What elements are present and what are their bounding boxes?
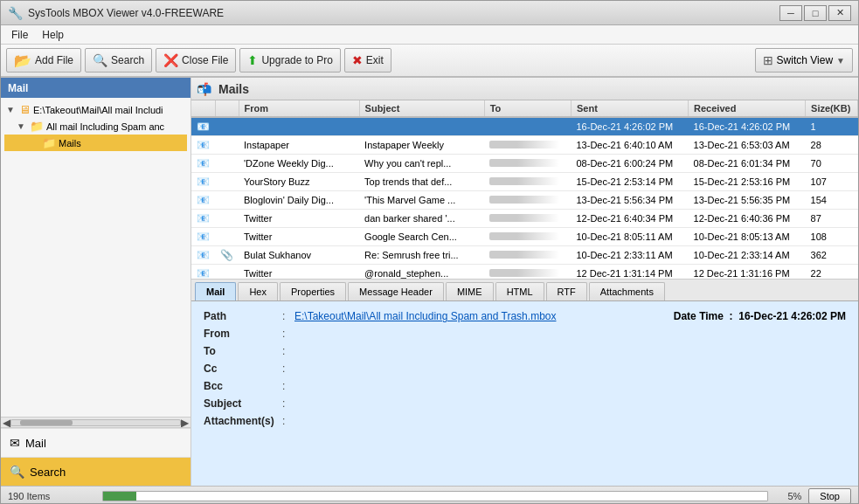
detail-tab-mail[interactable]: Mail xyxy=(195,282,236,300)
row-icon-cell: 📧 xyxy=(191,246,215,265)
upgrade-icon: ⬆ xyxy=(247,53,258,67)
menu-help[interactable]: Help xyxy=(35,27,71,43)
progress-track xyxy=(102,491,768,501)
detail-tab-properties[interactable]: Properties xyxy=(280,282,346,300)
detail-cc-row: Cc : xyxy=(204,362,846,375)
row-from-cell: Twitter xyxy=(239,265,359,280)
row-icon-cell: 📧 xyxy=(191,210,215,228)
row-check-cell[interactable] xyxy=(215,228,239,246)
email-icon: 📧 xyxy=(197,212,210,224)
table-row[interactable]: 📧 📎 Bulat Sukhanov Re: Semrush free tri.… xyxy=(191,246,858,265)
tree-node-all-mail[interactable]: ▼ 📁 All mail Including Spam anc xyxy=(4,118,187,135)
row-size-cell: 108 xyxy=(806,228,858,246)
detail-tab-mime[interactable]: MIME xyxy=(446,282,494,300)
detail-attachments-row: Attachment(s) : xyxy=(204,415,846,427)
row-sent-cell: 13-Dec-21 6:40:10 AM xyxy=(572,136,689,155)
row-to-cell xyxy=(484,117,571,136)
detail-tab-attachments[interactable]: Attachments xyxy=(589,282,665,300)
mail-list-header: 📬 Mails xyxy=(191,78,858,100)
switch-view-button[interactable]: ⊞ Switch View ▼ xyxy=(755,48,853,72)
tree-label-mails: Mails xyxy=(59,138,81,148)
table-row[interactable]: 📧 16-Dec-21 4:26:02 PM 16-Dec-21 4:26:02… xyxy=(191,117,858,136)
col-check[interactable] xyxy=(215,100,239,117)
email-icon: 📧 xyxy=(197,194,210,206)
scroll-track[interactable] xyxy=(10,419,181,426)
minimize-button[interactable]: ─ xyxy=(779,5,802,21)
row-icon-cell: 📧 xyxy=(191,155,215,173)
row-check-cell[interactable] xyxy=(215,136,239,155)
row-sent-cell: 12-Dec-21 6:40:34 PM xyxy=(572,210,689,228)
nav-item-search[interactable]: 🔍 Search xyxy=(1,457,191,486)
row-sent-cell: 10-Dec-21 2:33:11 AM xyxy=(572,246,689,265)
detail-bcc-row: Bcc : xyxy=(204,380,846,392)
row-size-cell: 87 xyxy=(806,210,858,228)
col-sent[interactable]: Sent xyxy=(572,100,689,117)
cc-label: Cc xyxy=(204,362,282,375)
email-icon: 📧 xyxy=(197,157,210,169)
row-check-cell[interactable] xyxy=(215,155,239,173)
row-check-cell[interactable] xyxy=(215,117,239,136)
col-received[interactable]: Received xyxy=(689,100,806,117)
detail-tab-message-header[interactable]: Message Header xyxy=(348,282,444,300)
table-row[interactable]: 📧 'DZone Weekly Dig... Why you can't rep… xyxy=(191,155,858,173)
row-to-cell xyxy=(484,155,571,173)
tree-expand-icon: ▼ xyxy=(6,105,17,114)
close-button[interactable]: ✕ xyxy=(828,5,851,21)
detail-content: Path : E:\Takeout\Mail\All mail Includin… xyxy=(191,301,858,486)
scroll-thumb[interactable] xyxy=(20,420,73,425)
row-received-cell: 10-Dec-21 2:33:14 AM xyxy=(689,246,806,265)
row-check-cell[interactable] xyxy=(215,173,239,191)
path-value[interactable]: E:\Takeout\Mail\All mail Including Spam … xyxy=(294,310,556,322)
detail-to-row: To : xyxy=(204,345,846,357)
mail-table-container[interactable]: From Subject To Sent Received Size(KB) 📧… xyxy=(191,100,858,280)
detail-tab-hex[interactable]: Hex xyxy=(238,282,278,300)
row-check-cell[interactable]: 📎 xyxy=(215,246,239,265)
table-row[interactable]: 📧 YourStory Buzz Top trends that def... … xyxy=(191,173,858,191)
maximize-button[interactable]: □ xyxy=(804,5,827,21)
table-row[interactable]: 📧 Twitter Google Search Cen... 10-Dec-21… xyxy=(191,228,858,246)
row-icon-cell: 📧 xyxy=(191,228,215,246)
stop-button[interactable]: Stop xyxy=(808,488,851,504)
row-to-cell xyxy=(484,173,571,191)
switch-view-icon: ⊞ xyxy=(763,53,773,67)
col-from[interactable]: From xyxy=(239,100,359,117)
tree-node-drive[interactable]: ▼ 🖥 E:\Takeout\Mail\All mail Includi xyxy=(4,101,187,118)
row-subject-cell: 'This Marvel Game ... xyxy=(359,191,484,210)
row-icon-cell: 📧 xyxy=(191,265,215,280)
row-check-cell[interactable] xyxy=(215,191,239,210)
add-file-button[interactable]: 📂 Add File xyxy=(6,48,81,72)
row-subject-cell: Why you can't repl... xyxy=(359,155,484,173)
from-label: From xyxy=(204,328,282,340)
table-row[interactable]: 📧 Instapaper Instapaper Weekly 13-Dec-21… xyxy=(191,136,858,155)
col-size[interactable]: Size(KB) xyxy=(806,100,858,117)
left-scrollbar[interactable]: ◀ ▶ xyxy=(1,417,191,427)
table-row[interactable]: 📧 Bloglovin' Daily Dig... 'This Marvel G… xyxy=(191,191,858,210)
row-to-cell xyxy=(484,228,571,246)
row-subject-cell xyxy=(359,117,484,136)
col-subject[interactable]: Subject xyxy=(359,100,484,117)
row-to-cell xyxy=(484,136,571,155)
exit-icon: ✖ xyxy=(352,53,363,67)
left-panel: Mail ▼ 🖥 E:\Takeout\Mail\All mail Includ… xyxy=(1,78,191,486)
detail-tab-rtf[interactable]: RTF xyxy=(546,282,587,300)
exit-button[interactable]: ✖ Exit xyxy=(344,48,391,72)
detail-tab-html[interactable]: HTML xyxy=(495,282,544,300)
row-check-cell[interactable] xyxy=(215,210,239,228)
search-button[interactable]: 🔍 Search xyxy=(85,48,152,72)
col-to[interactable]: To xyxy=(484,100,571,117)
table-row[interactable]: 📧 Twitter dan barker shared '... 12-Dec-… xyxy=(191,210,858,228)
row-check-cell[interactable] xyxy=(215,265,239,280)
tree-node-mails[interactable]: 📁 Mails xyxy=(4,135,187,151)
close-file-button[interactable]: ❌ Close File xyxy=(156,48,236,72)
nav-search-label: Search xyxy=(30,466,66,479)
nav-item-mail[interactable]: ✉ Mail xyxy=(1,428,191,457)
row-to-cell xyxy=(484,265,571,280)
col-icon[interactable] xyxy=(191,100,215,117)
folder-tree[interactable]: ▼ 🖥 E:\Takeout\Mail\All mail Includi ▼ 📁… xyxy=(1,98,191,417)
upgrade-button[interactable]: ⬆ Upgrade to Pro xyxy=(239,48,340,72)
menu-file[interactable]: File xyxy=(4,27,35,43)
datetime-label-inline: Date Time : 16-Dec-21 4:26:02 PM xyxy=(674,310,846,322)
row-from-cell: Twitter xyxy=(239,210,359,228)
table-row[interactable]: 📧 Twitter @ronald_stephen... 12 Dec-21 1… xyxy=(191,265,858,280)
toolbar: 📂 Add File 🔍 Search ❌ Close File ⬆ Upgra… xyxy=(1,45,858,78)
